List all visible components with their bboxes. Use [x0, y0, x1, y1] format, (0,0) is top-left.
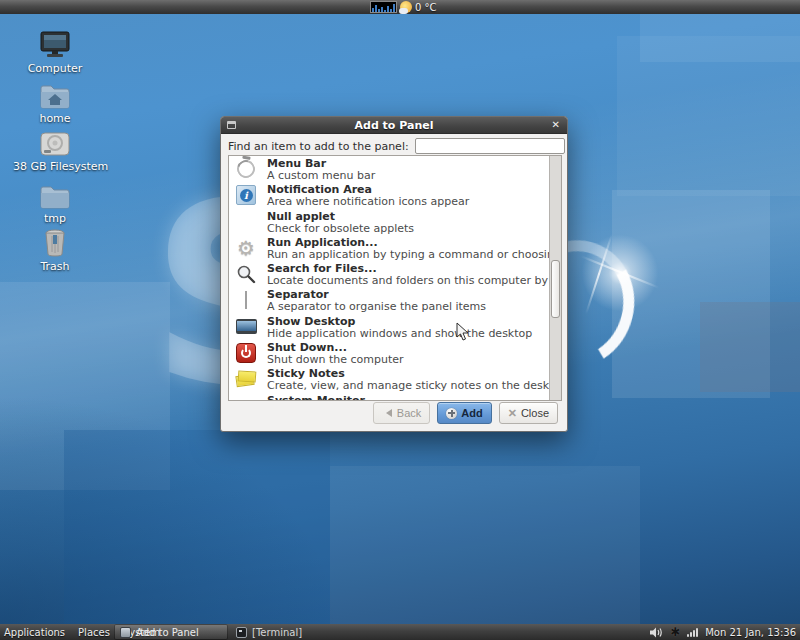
- hard-drive-icon: [38, 130, 72, 158]
- close-button-label: Close: [521, 407, 549, 419]
- bottom-panel[interactable]: Applications Places System Add to Panel …: [0, 624, 800, 640]
- list-item-search-for-files[interactable]: Search for Files... Locate documents and…: [229, 261, 549, 287]
- back-arrow-icon: [382, 409, 392, 417]
- menu-places[interactable]: Places: [78, 627, 110, 638]
- applet-list[interactable]: Menu Bar A custom menu bar i Notificatio…: [228, 155, 562, 401]
- desktop-icon-label: Computer: [13, 62, 97, 75]
- wallpaper-square: [330, 466, 640, 630]
- desktop-icon-label: home: [13, 112, 97, 125]
- terminal-icon: [236, 627, 247, 638]
- system-monitor-applet[interactable]: [370, 1, 397, 13]
- item-desc: A separator to organise the panel items: [267, 301, 486, 313]
- window-icon: [120, 627, 131, 638]
- separator-icon: [245, 291, 247, 309]
- volume-icon[interactable]: [650, 627, 663, 638]
- item-desc: Create, view, and manage sticky notes on…: [267, 380, 549, 392]
- desktop-icon-home[interactable]: home: [13, 82, 97, 125]
- search-label: Find an item to add to the panel:: [228, 140, 409, 153]
- magnifier-icon: [236, 264, 256, 284]
- item-desc: A custom menu bar: [267, 170, 375, 182]
- desktop-icon-tmp[interactable]: tmp: [13, 184, 97, 225]
- desktop-icon-label: 38 GB Filesystem: [13, 160, 97, 173]
- item-desc: Hide application windows and show the de…: [267, 328, 532, 340]
- list-scrollbar[interactable]: [549, 156, 561, 400]
- task-button-add-to-panel[interactable]: Add to Panel: [114, 624, 228, 640]
- item-desc: Area where notification icons appear: [267, 196, 469, 208]
- item-desc: Run an application by typing a command o…: [267, 249, 549, 261]
- item-title: Show Desktop: [267, 315, 532, 328]
- list-item-null-applet[interactable]: Null applet Check for obsolete applets: [229, 209, 549, 235]
- item-title: System Monitor: [267, 394, 365, 401]
- list-item-show-desktop[interactable]: Show Desktop Hide application windows an…: [229, 314, 549, 340]
- window-menu-icon[interactable]: [227, 121, 236, 129]
- item-desc: Locate documents and folders on this com…: [267, 275, 549, 287]
- scrollbar-thumb[interactable]: [551, 260, 560, 318]
- top-panel[interactable]: 0 °C: [0, 0, 800, 14]
- close-button[interactable]: ✕ Close: [499, 402, 558, 424]
- show-desktop-icon: [236, 319, 257, 334]
- back-button[interactable]: Back: [373, 402, 430, 424]
- item-desc: Check for obsolete applets: [267, 223, 414, 235]
- network-signal-icon[interactable]: [687, 627, 698, 637]
- cpu-graph-bars: [372, 4, 395, 12]
- desktop-icon-label: tmp: [13, 212, 97, 225]
- list-item-separator[interactable]: Separator A separator to organise the pa…: [229, 287, 549, 313]
- shutdown-icon: [236, 343, 256, 363]
- tray-app-icon[interactable]: ✱: [670, 626, 680, 638]
- dialog-title: Add to Panel: [221, 119, 567, 132]
- plus-icon: [446, 408, 457, 419]
- menu-bar-icon: [234, 157, 259, 182]
- sticky-notes-icon: [236, 371, 256, 387]
- desktop-icon-filesystem[interactable]: 38 GB Filesystem: [13, 130, 97, 173]
- list-item-notification-area[interactable]: i Notification Area Area where notificat…: [229, 182, 549, 208]
- weather-icon: [400, 1, 412, 13]
- computer-icon: [37, 30, 73, 60]
- dialog-titlebar[interactable]: Add to Panel ✕: [221, 117, 567, 134]
- add-to-panel-dialog: Add to Panel ✕ Find an item to add to th…: [220, 116, 568, 432]
- desktop-icon-trash[interactable]: Trash: [13, 228, 97, 273]
- folder-icon: [38, 184, 72, 210]
- item-desc: Shut down the computer: [267, 354, 404, 366]
- task-label: [Terminal]: [252, 627, 302, 638]
- clock[interactable]: Mon 21 Jan, 13:36: [705, 627, 796, 638]
- desktop-icon-computer[interactable]: Computer: [13, 30, 97, 75]
- add-button-label: Add: [461, 407, 482, 419]
- list-item-menu-bar[interactable]: Menu Bar A custom menu bar: [229, 156, 549, 182]
- notification-area-icon: i: [236, 185, 256, 205]
- desktop-icon-label: Trash: [13, 260, 97, 273]
- wallpaper-square: [617, 36, 800, 196]
- back-button-label: Back: [397, 407, 421, 419]
- list-item-system-monitor[interactable]: System Monitor: [229, 393, 549, 401]
- item-title: Null applet: [267, 210, 414, 223]
- screen: S Computer home: [0, 0, 800, 640]
- mouse-cursor: [456, 322, 470, 342]
- close-x-icon: ✕: [508, 408, 517, 419]
- add-button[interactable]: Add: [437, 402, 491, 424]
- close-window-icon[interactable]: ✕: [552, 119, 560, 131]
- weather-temperature[interactable]: 0 °C: [415, 2, 437, 13]
- home-folder-icon: [38, 82, 72, 110]
- search-input[interactable]: [415, 138, 565, 154]
- gear-icon: ⚙: [237, 238, 255, 258]
- task-label: Add to Panel: [136, 627, 199, 638]
- task-button-terminal[interactable]: [Terminal]: [230, 624, 342, 640]
- list-item-run-application[interactable]: ⚙ Run Application... Run an application …: [229, 235, 549, 261]
- menu-applications[interactable]: Applications: [4, 627, 65, 638]
- wallpaper-square: [700, 302, 800, 392]
- item-title: Run Application...: [267, 236, 549, 249]
- list-item-shut-down[interactable]: Shut Down... Shut down the computer: [229, 340, 549, 366]
- trash-icon: [40, 228, 70, 258]
- list-item-sticky-notes[interactable]: Sticky Notes Create, view, and manage st…: [229, 366, 549, 392]
